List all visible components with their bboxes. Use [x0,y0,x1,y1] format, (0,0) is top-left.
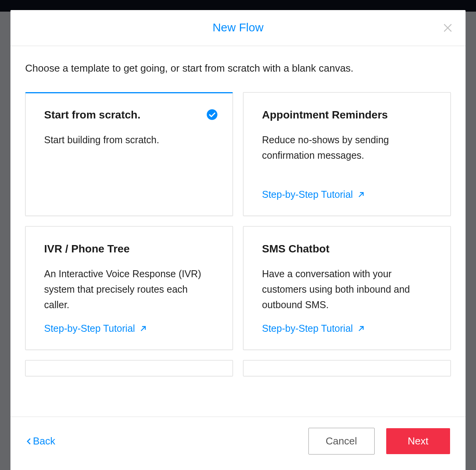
tutorial-link-label: Step-by-Step Tutorial [44,323,135,334]
tutorial-link[interactable]: Step-by-Step Tutorial [262,323,432,334]
template-card-extra-1[interactable] [25,360,233,376]
back-label: Back [33,435,55,447]
modal-header: New Flow [10,10,466,46]
selected-check-icon [206,109,218,120]
cancel-button[interactable]: Cancel [308,428,375,455]
card-title: IVR / Phone Tree [44,243,214,255]
card-title: SMS Chatbot [262,243,432,255]
tutorial-link-label: Step-by-Step Tutorial [262,189,353,200]
next-button[interactable]: Next [386,428,450,454]
external-link-icon [357,190,365,199]
card-description: Reduce no-shows by sending confirmation … [262,132,432,181]
template-card-scratch[interactable]: Start from scratch. Start building from … [25,92,233,216]
tutorial-link[interactable]: Step-by-Step Tutorial [44,323,214,334]
card-description: Have a conversation with your customers … [262,266,432,315]
chevron-left-icon [26,437,32,446]
new-flow-modal: New Flow Choose a template to get going,… [10,10,466,470]
template-cards-grid: Start from scratch. Start building from … [25,92,451,376]
template-card-ivr[interactable]: IVR / Phone Tree An Interactive Voice Re… [25,226,233,350]
external-link-icon [357,324,365,333]
modal-footer: Back Cancel Next [10,417,466,470]
card-title: Appointment Reminders [262,109,432,121]
template-card-sms[interactable]: SMS Chatbot Have a conversation with you… [243,226,451,350]
close-button[interactable] [442,22,453,35]
card-description: An Interactive Voice Response (IVR) syst… [44,266,214,315]
modal-subtitle: Choose a template to get going, or start… [25,62,451,74]
back-button[interactable]: Back [26,435,55,447]
template-card-appointment[interactable]: Appointment Reminders Reduce no-shows by… [243,92,451,216]
svg-point-2 [207,109,217,120]
tutorial-link-label: Step-by-Step Tutorial [262,323,353,334]
template-card-extra-2[interactable] [243,360,451,376]
card-description: Start building from scratch. [44,132,214,200]
modal-body[interactable]: Choose a template to get going, or start… [10,46,466,417]
external-link-icon [139,324,147,333]
close-icon [442,22,453,33]
card-title: Start from scratch. [44,109,214,121]
modal-title: New Flow [26,21,450,34]
tutorial-link[interactable]: Step-by-Step Tutorial [262,189,432,200]
